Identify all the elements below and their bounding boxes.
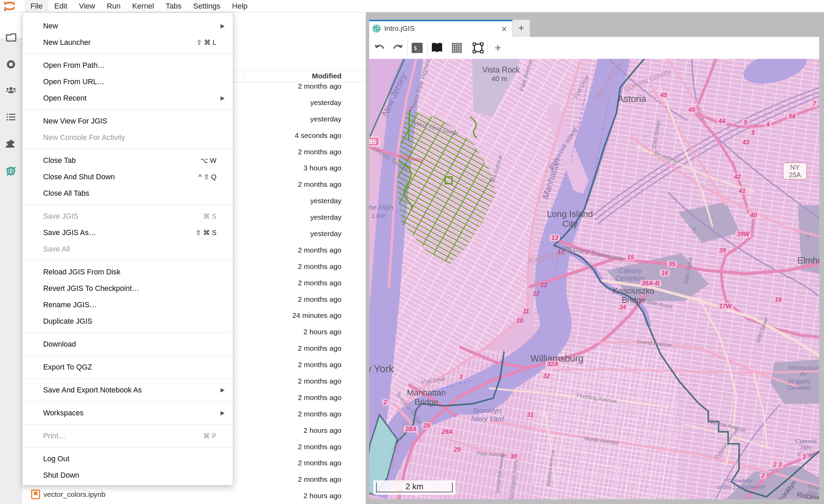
modified-timestamp: 2 months ago: [298, 344, 341, 352]
menu-item-save-jgis-as[interactable]: Save JGIS As…⇧ ⌘ S: [23, 224, 233, 241]
redo-icon[interactable]: [392, 42, 404, 54]
polygon-select-icon[interactable]: [472, 42, 484, 54]
modified-timestamp: yesterday: [310, 230, 341, 238]
modified-timestamp: 4 seconds ago: [295, 131, 341, 140]
submenu-arrow-icon: ▶: [221, 18, 225, 34]
toolbar-separator: [407, 40, 408, 55]
menu-divider: [23, 205, 233, 205]
add-layer-icon[interactable]: +: [492, 42, 504, 54]
gis-dock-panel: Intro.jGIS × + $_: [366, 12, 824, 504]
menu-item-open-recent[interactable]: Open Recent▶: [23, 90, 233, 106]
map-view[interactable]: Vista Rock40 mAstoriaLong Island CityWil…: [369, 59, 819, 499]
menu-shortcut: ⌘ S: [203, 208, 216, 224]
tab-close-icon[interactable]: ×: [501, 23, 507, 35]
menu-item-export-to-qgz[interactable]: Export To QGZ: [23, 359, 233, 375]
bowery-bay: [740, 59, 810, 90]
menu-divider: [23, 401, 233, 402]
menubar-item-run[interactable]: Run: [101, 0, 126, 12]
menu-item-log-out[interactable]: Log Out: [23, 451, 233, 467]
menu-item-shut-down[interactable]: Shut Down: [23, 467, 233, 483]
menu-divider: [23, 260, 233, 261]
jgis-globe-icon[interactable]: [5, 166, 16, 177]
menu-item-download[interactable]: Download: [23, 336, 233, 352]
menu-item-rename-jgis[interactable]: Rename JGIS…: [23, 297, 233, 313]
all-faiths-cemetery: [771, 359, 819, 404]
left-sidebar: [0, 12, 22, 504]
svg-text:$_: $_: [414, 45, 421, 51]
modified-timestamp: 2 hours ago: [303, 328, 341, 336]
menu-divider: [23, 447, 233, 448]
new-tab-button[interactable]: +: [513, 20, 530, 37]
modified-timestamp: 2 months ago: [298, 180, 341, 189]
menu-item-close-and-shut-down[interactable]: Close And Shut Down^ ⇧ Q: [23, 169, 233, 185]
menu-item-new-launcher[interactable]: New Launcher⇧ ⌘ L: [23, 34, 233, 51]
modified-timestamp: yesterday: [310, 115, 341, 123]
submenu-arrow-icon: ▶: [221, 90, 225, 106]
submenu-arrow-icon: ▶: [221, 405, 225, 421]
cemetery-polygon: [678, 202, 740, 243]
console-icon[interactable]: $_: [411, 42, 423, 54]
central-park: [472, 59, 521, 118]
menu-item-revert-jgis-to-checkpoint[interactable]: Revert JGIS To Checkpoint…: [23, 280, 233, 297]
menu-item-new-view-for-jgis[interactable]: New View For JGIS: [23, 113, 233, 129]
modified-timestamp: 2 months ago: [298, 82, 341, 90]
menu-item-workspaces[interactable]: Workspaces▶: [23, 405, 233, 421]
running-sessions-icon[interactable]: [5, 59, 16, 70]
file-browser-icon[interactable]: [5, 32, 16, 43]
extensions-puzzle-icon[interactable]: [5, 138, 16, 149]
file-name: vector_colors.ipynb: [43, 490, 105, 499]
menubar-item-tabs[interactable]: Tabs: [160, 0, 187, 12]
menu-divider: [23, 149, 233, 149]
modified-timestamp: 2 months ago: [298, 443, 341, 451]
menu-divider: [23, 333, 233, 333]
modified-timestamp: 2 months ago: [298, 262, 341, 271]
modified-timestamp: 2 months ago: [298, 361, 341, 369]
map-toolbar: $_ +: [369, 37, 819, 59]
tab-intro-jgis[interactable]: Intro.jGIS ×: [369, 20, 512, 37]
menu-item-open-from-path[interactable]: Open From Path…: [23, 57, 233, 74]
collaboration-users-icon[interactable]: [5, 85, 16, 96]
menubar-item-help[interactable]: Help: [226, 0, 253, 12]
modified-timestamp: 2 months ago: [298, 410, 341, 418]
modified-timestamp: 2 months ago: [298, 295, 341, 303]
menu-item-reload-jgis-from-disk[interactable]: Reload JGIS From Disk: [23, 264, 233, 280]
modified-timestamp: 3 hours ago: [303, 164, 341, 172]
undo-icon[interactable]: [373, 42, 386, 54]
modified-timestamp: yesterday: [310, 99, 341, 107]
scale-bar-label: 2 km: [373, 482, 455, 491]
menubar-item-edit[interactable]: Edit: [48, 0, 73, 12]
modified-timestamp: 2 months ago: [298, 459, 341, 467]
modified-timestamp: 2 hours ago: [303, 426, 341, 435]
menu-item-close-all-tabs[interactable]: Close All Tabs: [23, 185, 233, 202]
toolbar-separator: [487, 40, 488, 55]
menu-item-open-from-url[interactable]: Open From URL…: [23, 74, 233, 90]
menu-item-save-and-export-notebook-as[interactable]: Save And Export Notebook As▶: [23, 382, 233, 398]
notebook-icon: [31, 490, 40, 499]
modified-timestamp: 2 months ago: [298, 279, 341, 287]
menubar-item-kernel[interactable]: Kernel: [126, 0, 160, 12]
menu-divider: [23, 378, 233, 379]
modified-timestamp: 2 months ago: [298, 246, 341, 254]
menu-item-save-all: Save All: [23, 241, 233, 257]
menu-item-duplicate-jgis[interactable]: Duplicate JGIS: [23, 313, 233, 329]
menubar-item-file[interactable]: File: [25, 0, 48, 12]
map-scale-bar: 2 km: [373, 480, 455, 495]
menu-shortcut: ⇧ ⌘ L: [196, 34, 216, 51]
menu-bar: FileEditViewRunKernelTabsSettingsHelp: [0, 0, 824, 12]
modified-timestamp: 2 months ago: [298, 393, 341, 402]
toolbar-separator: [427, 40, 428, 55]
table-of-contents-icon[interactable]: [5, 112, 16, 122]
tab-title: Intro.jGIS: [384, 24, 415, 33]
file-row-vector-colors[interactable]: vector_colors.ipynb: [22, 488, 366, 502]
menu-item-print: Print…⌘ P: [23, 428, 233, 444]
menubar-item-settings[interactable]: Settings: [187, 0, 226, 12]
book-icon[interactable]: [431, 42, 443, 54]
modified-timestamp: 2 months ago: [298, 475, 341, 483]
menu-divider: [23, 109, 233, 110]
menubar-item-view[interactable]: View: [73, 0, 101, 12]
menu-item-close-tab[interactable]: Close Tab⌥ W: [23, 152, 233, 169]
grid-icon[interactable]: [451, 42, 463, 54]
jupyter-logo-icon: [3, 1, 16, 11]
modified-timestamp: yesterday: [310, 197, 341, 205]
menu-item-new[interactable]: New▶: [23, 18, 233, 34]
